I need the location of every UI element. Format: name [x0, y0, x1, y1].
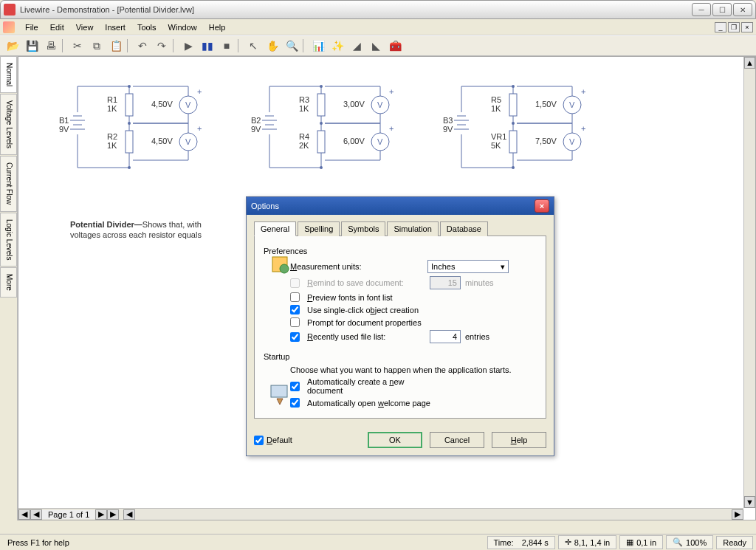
save-icon[interactable]: 💾 [24, 38, 40, 54]
paste-icon[interactable]: 📋 [108, 38, 124, 54]
svg-point-67 [512, 122, 515, 125]
status-bar: Press F1 for help Time: 2,844 s ✛8,1, 1,… [0, 534, 756, 550]
crosshair-icon: ✛ [565, 537, 571, 547]
scroll-right-icon[interactable]: ▶ [732, 509, 743, 520]
page-last-icon[interactable]: ▶ [107, 509, 119, 520]
mdi-controls: _ ❐ × [713, 22, 753, 32]
remind-row: Remind to save document: 15 minutes [290, 276, 537, 289]
toolbar: 📂 💾 🖶 ✂ ⧉ 📋 ↶ ↷ ▶ ▮▮ ■ ↖ ✋ 🔍 📊 ✨ ◢ ◣ 🧰 [0, 35, 756, 56]
hand-icon[interactable]: ✋ [264, 38, 281, 54]
default-checkbox[interactable] [254, 436, 264, 445]
circuit-diagram: B19VR11KR21KV4,50V+V4,50V+B29VR31KR42KV3… [48, 64, 712, 212]
recent-unit: entries [465, 332, 489, 341]
pause-icon[interactable]: ▮▮ [199, 38, 216, 54]
pointer-icon[interactable]: ↖ [245, 38, 261, 54]
vertical-scrollbar[interactable]: ▲ ▼ [743, 57, 755, 508]
svg-text:1K: 1K [491, 104, 501, 113]
recent-checkbox[interactable] [290, 332, 300, 342]
dialog-buttons: Default OK Cancel Help [247, 426, 554, 456]
menu-insert[interactable]: Insert [99, 21, 131, 33]
redo-icon[interactable]: ↷ [154, 38, 170, 54]
svg-text:B3: B3 [443, 116, 453, 125]
status-grid: ▦0,1 in [619, 535, 663, 549]
dialog-titlebar[interactable]: Options × [247, 197, 554, 215]
stop-icon[interactable]: ■ [219, 38, 235, 54]
measurement-combo[interactable]: Inches▾ [427, 260, 509, 273]
menu-view[interactable]: View [70, 21, 100, 33]
svg-point-43 [320, 85, 323, 88]
tab-symbols[interactable]: Symbols [341, 221, 385, 236]
tab-simulation[interactable]: Simulation [387, 221, 438, 236]
separator [62, 39, 66, 52]
doc-heading: Potential Divider— [70, 220, 142, 229]
svg-text:R1: R1 [107, 95, 117, 104]
ok-button[interactable]: OK [368, 432, 422, 448]
play-icon[interactable]: ▶ [180, 38, 196, 54]
scroll-down-icon[interactable]: ▼ [744, 496, 755, 508]
page-next-icon[interactable]: ▶ [95, 509, 107, 520]
prompt-checkbox[interactable] [290, 317, 300, 327]
menu-edit[interactable]: Edit [44, 21, 70, 33]
menu-file[interactable]: File [19, 21, 44, 33]
scroll-up-icon[interactable]: ▲ [744, 57, 755, 69]
cut-icon[interactable]: ✂ [69, 38, 86, 54]
open-icon[interactable]: 📂 [4, 38, 21, 54]
dialog-close-button[interactable]: × [535, 199, 549, 213]
mdi-close-button[interactable]: × [741, 22, 753, 32]
print-icon[interactable]: 🖶 [43, 38, 59, 54]
status-zoom[interactable]: 🔍100% [666, 535, 713, 549]
tab-more[interactable]: More [0, 267, 17, 298]
menu-bar: File Edit View Insert Tools Window Help … [0, 19, 756, 35]
maximize-button[interactable]: ☐ [712, 3, 732, 16]
cancel-button[interactable]: Cancel [430, 432, 484, 448]
mdi-restore-button[interactable]: ❐ [728, 22, 740, 32]
separator [303, 39, 307, 52]
separator [173, 39, 177, 52]
remind-spinner: 15 [430, 276, 461, 289]
svg-text:4,50V: 4,50V [151, 100, 173, 109]
scroll-left-icon[interactable]: ◀ [123, 509, 135, 520]
zoom-icon[interactable]: 🔍 [284, 38, 300, 54]
svg-text:V: V [569, 100, 575, 109]
help-button[interactable]: Help [492, 432, 546, 448]
toolbox-icon[interactable]: 🧰 [387, 38, 403, 54]
tab-normal[interactable]: Normal [0, 56, 17, 93]
tab-current-flow[interactable]: Current Flow [0, 156, 17, 211]
horizontal-scrollbar[interactable]: ◀ ◀ Page 1 of 1 ▶ ▶ ◀ ▶ [18, 508, 743, 520]
chart-icon[interactable]: 📊 [310, 38, 326, 54]
preview-checkbox[interactable] [290, 292, 300, 302]
svg-text:+: + [581, 124, 585, 133]
tool2-icon[interactable]: ◣ [368, 38, 384, 54]
svg-text:9V: 9V [59, 125, 69, 134]
svg-rect-71 [271, 385, 287, 397]
status-ready: Ready [716, 536, 753, 549]
recent-spinner[interactable]: 4 [430, 330, 461, 343]
preview-label: Preview fonts in font list [307, 293, 440, 302]
menu-window[interactable]: Window [162, 21, 203, 33]
tab-spelling[interactable]: Spelling [298, 221, 340, 236]
mdi-minimize-button[interactable]: _ [715, 22, 726, 32]
undo-icon[interactable]: ↶ [134, 38, 151, 54]
tab-voltage-levels[interactable]: Voltage Levels [0, 94, 17, 155]
auto-welcome-row: Automatically open welcome page [290, 398, 537, 408]
menu-help[interactable]: Help [203, 21, 232, 33]
copy-icon[interactable]: ⧉ [89, 38, 105, 54]
svg-text:V: V [377, 100, 383, 109]
wizard-icon[interactable]: ✨ [329, 38, 346, 54]
tab-database[interactable]: Database [440, 221, 488, 236]
menu-tools[interactable]: Tools [131, 21, 162, 33]
chevron-down-icon: ▾ [501, 262, 505, 272]
svg-text:9V: 9V [251, 125, 261, 134]
document-icon [3, 21, 15, 33]
single-click-checkbox[interactable] [290, 305, 300, 314]
minimize-button[interactable]: ─ [692, 3, 711, 16]
tool-icon[interactable]: ◢ [348, 38, 365, 54]
tab-general[interactable]: General [254, 221, 296, 236]
auto-welcome-checkbox[interactable] [290, 398, 300, 408]
page-prev-icon[interactable]: ◀ [18, 509, 30, 520]
svg-rect-52 [509, 94, 517, 116]
page-first-icon[interactable]: ◀ [30, 509, 42, 520]
close-button[interactable]: ✕ [733, 3, 752, 16]
tab-logic-levels[interactable]: Logic Levels [0, 213, 17, 267]
auto-new-checkbox[interactable] [290, 382, 300, 391]
